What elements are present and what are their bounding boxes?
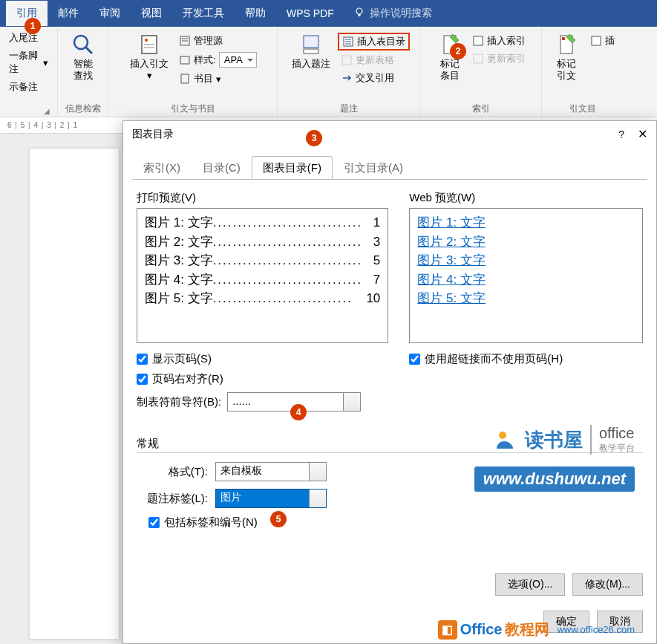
dialog-tabs: 索引(X) 目录(C) 图表目录(F) 引文目录(A) — [123, 147, 656, 180]
svg-rect-1 — [358, 14, 360, 16]
insert-citation-button[interactable]: 插入引文▾ — [125, 30, 173, 87]
tab-mailings[interactable]: 邮件 — [48, 1, 89, 26]
svg-rect-21 — [474, 36, 483, 45]
tab-wps-pdf[interactable]: WPS PDF — [276, 1, 344, 25]
tab-toc[interactable]: 目录(C) — [192, 156, 252, 180]
page — [30, 149, 119, 639]
badge-5: 5 — [270, 511, 287, 527]
person-icon — [494, 428, 517, 452]
web-preview-label: Web 预览(W) — [409, 191, 643, 205]
web-link-5[interactable]: 图片 5: 文字 — [417, 289, 635, 308]
options-button[interactable]: 选项(O)... — [495, 573, 565, 596]
print-preview-label: 打印预览(V) — [137, 191, 388, 205]
group-research: 智能 查找 信息检索 — [58, 27, 108, 117]
tab-toa[interactable]: 引文目录(A) — [333, 156, 414, 180]
style-dropdown[interactable]: APA — [219, 52, 257, 68]
smart-lookup-button[interactable]: 智能 查找 — [67, 30, 99, 84]
close-button[interactable]: ✕ — [638, 127, 647, 141]
caption-icon — [299, 33, 323, 56]
cross-reference-button[interactable]: 交叉引用 — [338, 70, 397, 86]
show-notes-button[interactable]: 示备注 — [6, 79, 41, 95]
office-logo-icon: ◧ — [438, 620, 457, 640]
badge-2: 2 — [450, 43, 466, 59]
ribbon-body: 入尾注 一条脚注 ▾ 示备注 ◢ 智能 查找 信息检索 插入引文▾ 管理源 — [0, 27, 657, 117]
web-link-4[interactable]: 图片 4: 文字 — [417, 270, 635, 290]
caption-label-label: 题注标签(L): — [137, 492, 208, 506]
svg-rect-24 — [562, 37, 565, 40]
bibliography-icon — [179, 73, 191, 85]
mark-citation-button[interactable]: 标记引文 — [548, 30, 584, 84]
tab-review[interactable]: 审阅 — [89, 1, 131, 26]
group-title-toa: 引文目 — [569, 103, 596, 115]
svg-rect-12 — [181, 74, 189, 83]
group-title-index: 索引 — [472, 103, 490, 115]
svg-rect-19 — [342, 56, 351, 65]
badge-1: 1 — [24, 18, 41, 34]
svg-rect-13 — [304, 36, 318, 48]
magnifier-icon — [71, 33, 95, 56]
toa-icon — [590, 35, 602, 47]
format-label: 格式(T): — [137, 465, 208, 479]
style-select[interactable]: 样式: APA — [176, 51, 260, 69]
tab-view[interactable]: 视图 — [131, 1, 172, 26]
mark-citation-icon — [555, 33, 578, 56]
svg-point-2 — [74, 36, 88, 49]
manage-sources-button[interactable]: 管理源 — [176, 33, 226, 49]
dialog-title: 图表目录 — [132, 128, 174, 141]
modify-button[interactable]: 修改(M)... — [572, 573, 643, 596]
caption-label-select[interactable]: 图片 — [215, 489, 327, 508]
svg-point-0 — [356, 8, 362, 14]
include-label-checkbox[interactable]: 包括标签和编号(N) — [148, 515, 258, 530]
insert-table-of-figures-button[interactable]: 插入表目录 — [338, 33, 410, 51]
group-footnotes: 入尾注 一条脚注 ▾ 示备注 ◢ — [0, 27, 58, 117]
group-toa: 标记引文 插 引文目 — [542, 27, 624, 117]
group-title-captions: 题注 — [340, 103, 358, 115]
footnotes-dialog-launcher[interactable]: ◢ — [44, 107, 50, 115]
style-icon — [179, 54, 191, 66]
update-icon — [341, 54, 353, 66]
right-align-checkbox[interactable]: 页码右对齐(R) — [137, 372, 388, 386]
use-hyperlinks-checkbox[interactable]: 使用超链接而不使用页码(H) — [409, 352, 643, 366]
table-of-figures-dialog: 图表目录 ? ✕ 索引(X) 目录(C) 图表目录(F) 引文目录(A) 打印预… — [122, 120, 657, 644]
bibliography-button[interactable]: 书目 ▾ — [176, 71, 224, 87]
svg-rect-14 — [304, 49, 318, 53]
svg-rect-11 — [180, 56, 189, 64]
tab-developer[interactable]: 开发工具 — [172, 1, 235, 26]
web-link-3[interactable]: 图片 3: 文字 — [417, 251, 635, 270]
insert-index-button[interactable]: 插入索引 — [469, 33, 529, 49]
ribbon-tabs: 引用 邮件 审阅 视图 开发工具 帮助 WPS PDF 操作说明搜索 — [0, 0, 657, 27]
group-captions: 插入题注 插入表目录 更新表格 交叉引用 题注 — [278, 27, 420, 117]
svg-point-5 — [145, 39, 148, 42]
tell-me-search[interactable]: 操作说明搜索 — [370, 7, 432, 20]
watermark-dushuwu-logo: 读书屋 office教学平台 — [494, 425, 635, 455]
svg-rect-25 — [592, 36, 601, 45]
citation-icon — [137, 33, 161, 56]
tof-icon — [342, 36, 354, 48]
next-footnote-button[interactable]: 一条脚注 ▾ — [6, 48, 51, 77]
sources-icon — [179, 35, 191, 47]
group-title-research: 信息检索 — [65, 103, 101, 115]
dialog-titlebar: 图表目录 ? ✕ — [123, 121, 656, 147]
update-index-button: 更新索引 — [469, 51, 529, 67]
tab-leader-label: 制表符前导符(B): — [137, 395, 221, 409]
format-select[interactable]: 来自模板 — [215, 462, 327, 481]
svg-rect-22 — [474, 54, 483, 63]
update-index-icon — [472, 53, 484, 65]
group-index: 标记 条目 插入索引 更新索引 索引 — [420, 27, 542, 117]
web-preview-box: 图片 1: 文字 图片 2: 文字 图片 3: 文字 图片 4: 文字 图片 5… — [409, 208, 643, 343]
show-page-numbers-checkbox[interactable]: 显示页码(S) — [137, 352, 388, 366]
watermark-office-cn: ◧ Office教程网 www.office26.com — [438, 619, 635, 640]
web-link-2[interactable]: 图片 2: 文字 — [417, 232, 635, 252]
tab-help[interactable]: 帮助 — [235, 1, 276, 26]
tab-index[interactable]: 索引(X) — [132, 156, 192, 180]
web-link-1[interactable]: 图片 1: 文字 — [417, 213, 635, 232]
help-button[interactable]: ? — [618, 129, 624, 140]
svg-line-3 — [86, 48, 92, 53]
svg-point-26 — [499, 432, 506, 439]
insert-caption-button[interactable]: 插入题注 — [287, 30, 335, 86]
tab-table-of-figures[interactable]: 图表目录(F) — [252, 156, 333, 180]
insert-toa-button[interactable]: 插 — [587, 33, 618, 49]
group-citations: 插入引文▾ 管理源 样式: APA 书目 ▾ 引文与书目 — [108, 27, 278, 117]
badge-4: 4 — [290, 404, 307, 420]
group-title-citations: 引文与书目 — [171, 103, 215, 115]
